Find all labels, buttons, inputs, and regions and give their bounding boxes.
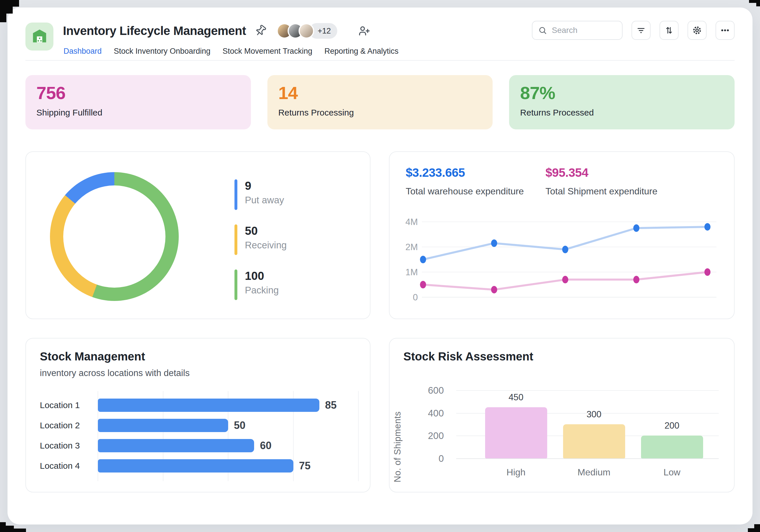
- risk-bar-high: [485, 407, 547, 459]
- stat-card-returns-processed: 87% Returns Processed: [509, 75, 735, 129]
- header: Inventory Lifecycle Management +12: [25, 8, 735, 60]
- more-button[interactable]: [716, 21, 735, 40]
- gear-icon: [692, 25, 702, 35]
- legend-marker-blue: [234, 179, 237, 210]
- more-horizontal-icon: [720, 25, 730, 35]
- legend-label: Packing: [245, 285, 279, 296]
- bar-row-location-1: Location 1 85: [40, 399, 358, 412]
- legend-value: 50: [245, 224, 287, 237]
- bar: [98, 399, 319, 412]
- bar-value-label: 50: [234, 419, 245, 432]
- stat-value: 87%: [520, 83, 724, 103]
- legend-label: Put away: [245, 195, 284, 206]
- bar-value-label: 85: [325, 399, 337, 412]
- tab-stock-inventory-onboarding[interactable]: Stock Inventory Onboarding: [114, 47, 211, 56]
- risk-bar-category: Medium: [563, 467, 625, 478]
- sort-icon: [664, 25, 674, 35]
- svg-text:0: 0: [413, 292, 418, 302]
- title-row: Inventory Lifecycle Management +12: [63, 23, 370, 39]
- charts-row-2: Stock Management inventory across locati…: [25, 338, 735, 492]
- app-logo: [25, 23, 53, 51]
- warehouse-icon: [31, 28, 48, 46]
- filter-icon: [636, 25, 646, 35]
- legend-value: 9: [245, 179, 284, 192]
- legend-item-receiving: 50 Receiving: [234, 224, 287, 255]
- svg-text:1M: 1M: [405, 267, 418, 277]
- risk-y-tick: 600: [404, 385, 444, 396]
- risk-bar-value: 200: [641, 420, 703, 431]
- stat-label: Returns Processing: [278, 108, 482, 118]
- stock-management-card: Stock Management inventory across locati…: [25, 338, 370, 492]
- stock-management-subtitle: inventory across locations with details: [40, 368, 190, 378]
- tab-dashboard[interactable]: Dashboard: [64, 47, 102, 56]
- bar-value-label: 60: [260, 439, 271, 452]
- bar: [98, 459, 293, 472]
- settings-button[interactable]: [688, 21, 707, 40]
- warehouse-process-card: 9 Put away 50 Receiving 100 Packing: [25, 151, 370, 319]
- svg-text:4M: 4M: [405, 217, 418, 227]
- filter-button[interactable]: [632, 21, 650, 40]
- bar-row-location-2: Location 2 50: [40, 419, 358, 432]
- stat-label: Shipping Fulfilled: [36, 108, 240, 118]
- sort-button[interactable]: [659, 21, 679, 40]
- stat-card-returns-processing: 14 Returns Processing: [267, 75, 493, 129]
- legend-marker-green: [234, 269, 237, 300]
- legend-label: Receiving: [245, 240, 287, 251]
- expenditure-line-chart: 4M2M1M0: [401, 213, 722, 309]
- risk-bar-medium: [563, 424, 625, 459]
- shipment-expenditure-label: Total Shipment expenditure: [546, 186, 657, 197]
- legend-item-put-away: 9 Put away: [234, 179, 287, 210]
- legend-marker-yellow: [234, 224, 237, 255]
- stat-card-shipping-fulfilled: 756 Shipping Fulfilled: [25, 75, 251, 129]
- stock-management-bar-chart: Location 1 85 Location 2 50 Location 3 6…: [40, 391, 358, 481]
- bar: [98, 419, 228, 432]
- app-window: Inventory Lifecycle Management +12: [8, 8, 752, 524]
- search-icon: [538, 26, 547, 35]
- avatar-group: +12: [277, 23, 337, 39]
- risk-bar-category: High: [485, 467, 547, 478]
- donut-legend: 9 Put away 50 Receiving 100 Packing: [234, 179, 287, 300]
- svg-text:2M: 2M: [405, 242, 418, 252]
- stat-value: 756: [36, 83, 240, 103]
- stat-label: Returns Processed: [520, 108, 724, 118]
- stat-cards-row: 756 Shipping Fulfilled 14 Returns Proces…: [25, 75, 735, 129]
- legend-item-packing: 100 Packing: [234, 269, 287, 300]
- bar-category-label: Location 1: [40, 399, 95, 412]
- risk-bar-category: Low: [641, 467, 703, 478]
- stat-value: 14: [278, 83, 482, 103]
- bar-row-location-3: Location 3 60: [40, 439, 358, 452]
- warehouse-expenditure-label: Total warehouse expenditure: [406, 186, 524, 197]
- risk-y-axis-label: No. of Shipments: [393, 387, 403, 482]
- bar-row-location-4: Location 4 75: [40, 459, 358, 472]
- stock-management-title: Stock Management: [40, 350, 145, 363]
- avatar[interactable]: [299, 23, 314, 39]
- tab-stock-movement-tracking[interactable]: Stock Movement Tracking: [223, 47, 312, 56]
- risk-bar-value: 300: [563, 409, 625, 420]
- bar-value-label: 75: [299, 459, 311, 472]
- risk-bar-low: [641, 436, 703, 459]
- risk-y-tick: 400: [404, 408, 444, 419]
- bar-category-label: Location 4: [40, 459, 95, 472]
- nav-tabs: Dashboard Stock Inventory Onboarding Sto…: [64, 47, 399, 56]
- stock-risk-title: Stock Risk Assessment: [404, 350, 533, 363]
- risk-bar-value: 450: [485, 392, 547, 403]
- page-title: Inventory Lifecycle Management: [63, 24, 246, 38]
- warehouse-expenditure-stat: $3.233.665 Total warehouse expenditure: [406, 166, 524, 197]
- bar: [98, 439, 254, 452]
- header-controls: [532, 21, 735, 40]
- tab-reporting-analytics[interactable]: Reporting & Analytics: [324, 47, 399, 56]
- add-user-icon[interactable]: [358, 25, 370, 37]
- expenditure-card: $3.233.665 Total warehouse expenditure $…: [389, 151, 735, 319]
- search-box[interactable]: [532, 21, 623, 40]
- header-divider: [25, 60, 735, 61]
- shipment-expenditure-stat: $95.354 Total Shipment expenditure: [546, 166, 657, 197]
- risk-y-tick: 200: [404, 430, 444, 441]
- pin-icon[interactable]: [252, 23, 268, 39]
- stock-risk-card: Stock Risk Assessment No. of Shipments 6…: [389, 338, 735, 492]
- risk-y-tick: 0: [404, 453, 444, 464]
- process-donut-chart: [50, 172, 179, 301]
- charts-row-1: 9 Put away 50 Receiving 100 Packing: [25, 151, 735, 319]
- warehouse-expenditure-value: $3.233.665: [406, 166, 524, 180]
- shipment-expenditure-value: $95.354: [546, 166, 657, 180]
- search-input[interactable]: [551, 25, 612, 35]
